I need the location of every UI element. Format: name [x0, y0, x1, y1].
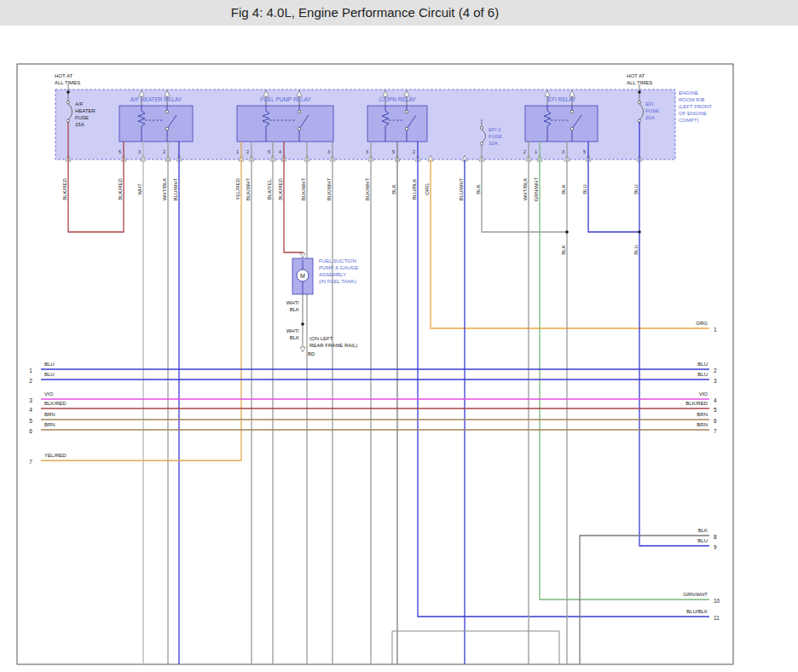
- af-fuse-label-4: 15A: [75, 122, 84, 127]
- row-label-right: GRN/WHT: [683, 592, 708, 597]
- wiring-diagram: Fig 4: 4.0L, Engine Performance Circuit …: [0, 0, 798, 672]
- ground-location: (ON LEFT: [309, 336, 333, 341]
- row-label-right: BLK: [698, 528, 708, 533]
- wire-label: BLU: [633, 184, 639, 194]
- junction-dot: [565, 230, 569, 234]
- pin-number: 1: [236, 149, 239, 154]
- row-label-right: BRN: [697, 422, 708, 427]
- wire-label: BLK/RED: [278, 178, 283, 200]
- row-num-left: 6: [29, 428, 32, 434]
- wire-label: BLK: [561, 184, 566, 194]
- wire-label: BLK: [391, 184, 396, 194]
- pin-number: 3: [138, 149, 141, 154]
- row-label-left: BRN: [44, 412, 55, 417]
- row-label-left: BLU: [44, 362, 55, 367]
- wire-label: BLK/RED: [62, 178, 67, 200]
- header: Fig 4: 4.0L, Engine Performance Circuit …: [0, 0, 798, 26]
- row-label-right: VIO: [699, 391, 708, 397]
- pump-wire-label: BLK: [290, 335, 299, 340]
- pin-number: 3: [366, 149, 368, 154]
- pin-number: 2: [163, 149, 165, 154]
- pin-number: 2: [246, 149, 249, 154]
- wire-label: BLK/WHT: [327, 177, 332, 200]
- row-label-right: BLU: [697, 362, 708, 367]
- row-label-right: BRN: [697, 412, 708, 417]
- pin-number: 1: [535, 149, 537, 154]
- pin-number: 5: [119, 149, 121, 154]
- row-num-right: 9: [714, 544, 717, 550]
- af-fuse-label-2: HEATER: [75, 108, 96, 113]
- wire-label: BLU/WHT: [459, 177, 464, 200]
- pin-number: 2: [523, 149, 526, 154]
- pump-wire-label: BLK: [290, 307, 299, 312]
- wire-label: BLK/WHT: [301, 177, 306, 200]
- efi-fuse-label-2: FUSE: [645, 108, 659, 113]
- wire-label: BLU: [633, 245, 639, 255]
- af-fuse-label-1: A/F: [75, 101, 84, 107]
- row-num-right: 5: [714, 407, 717, 413]
- wire-label: BLK/WHT: [246, 177, 251, 200]
- wire-label: WHT/BLK: [162, 178, 167, 201]
- row-label-right: BLU/BLK: [686, 609, 708, 614]
- wire-label: BLU/WHT: [173, 177, 178, 200]
- pin-number: 3: [562, 149, 564, 154]
- wire-label: YEL/RED: [235, 178, 240, 200]
- pin-number: 5: [268, 149, 270, 154]
- row-num-right: 6: [714, 418, 717, 424]
- row-num-right: 7: [714, 428, 717, 434]
- svg-text:OF ENGINE: OF ENGINE: [679, 111, 707, 116]
- wire-label: BLK: [561, 245, 566, 254]
- efi2-fuse-label-3: 10A: [489, 141, 498, 146]
- wire-label: BLK/RED: [118, 178, 123, 200]
- row-label-right: BLU: [697, 538, 708, 543]
- svg-text:(LEFT FRONT: (LEFT FRONT: [679, 104, 712, 109]
- hot-at-left-line1: HOT AT: [55, 73, 72, 78]
- pin-number: 2: [413, 149, 415, 154]
- relay-af-heater: A/F HEATER RELAY: [119, 90, 193, 142]
- junction-dot: [638, 230, 641, 234]
- af-fuse-label-3: FUSE: [75, 115, 89, 120]
- row-label-left: YEL/RED: [44, 453, 66, 458]
- wire-label: GRN/WHT: [534, 177, 539, 201]
- svg-text:ENGINE: ENGINE: [679, 90, 698, 96]
- row-label-left: BRN: [44, 422, 55, 427]
- wire-label: BLK/WHT: [365, 177, 370, 200]
- efi-fuse-label-3: 20A: [645, 115, 655, 120]
- wire-label: BLK/YEL: [267, 178, 272, 200]
- row-num-right: 4: [714, 397, 717, 403]
- figure-title: Fig 4: 4.0L, Engine Performance Circuit …: [231, 5, 499, 20]
- pin-number: 3: [327, 149, 330, 154]
- wire-label: BLU/BLK: [412, 179, 417, 200]
- relay-box: [367, 106, 427, 142]
- wire-label: BLU: [582, 184, 587, 194]
- row-num-right: 8: [714, 534, 717, 540]
- junction-dot: [301, 322, 304, 326]
- row-num-left: 3: [29, 397, 32, 403]
- row-num-right: 1: [714, 327, 717, 333]
- row-num-left: 1: [29, 368, 32, 374]
- row-label-right: BLK/RED: [685, 401, 708, 406]
- row-num-left: 4: [29, 407, 32, 413]
- row-num-left: 5: [29, 418, 32, 424]
- wire-label: WHT/BLK: [523, 178, 528, 201]
- relay-label: C/OPN RELAY: [379, 96, 416, 102]
- relay-box: [525, 106, 598, 142]
- row-num-right: 10: [714, 598, 720, 604]
- efi2-fuse-label-1: EFI 2: [489, 127, 501, 132]
- wire-label: BLK: [476, 184, 481, 194]
- row-num-left: 7: [29, 459, 32, 465]
- row-label-left: BLU: [44, 372, 55, 377]
- pump-wire-label: WHT/: [286, 328, 300, 333]
- pump-label: PUMP & GAUGE: [319, 265, 358, 270]
- relay-box: [119, 106, 193, 142]
- efi2-fuse-label-2: FUSE: [489, 134, 502, 139]
- relay-box: [237, 106, 333, 142]
- ground-location: REAR FRAME RAIL): [309, 343, 357, 348]
- pump-label: ASSEMBLY: [319, 272, 346, 277]
- row-num-right: 2: [714, 368, 717, 374]
- relay-label: A/F HEATER RELAY: [130, 96, 182, 102]
- pin-number: 4: [279, 149, 281, 154]
- pump-label: FUEL SUCTION: [319, 258, 356, 264]
- row-num-right: 11: [714, 615, 720, 621]
- pin-number: 5: [392, 149, 395, 154]
